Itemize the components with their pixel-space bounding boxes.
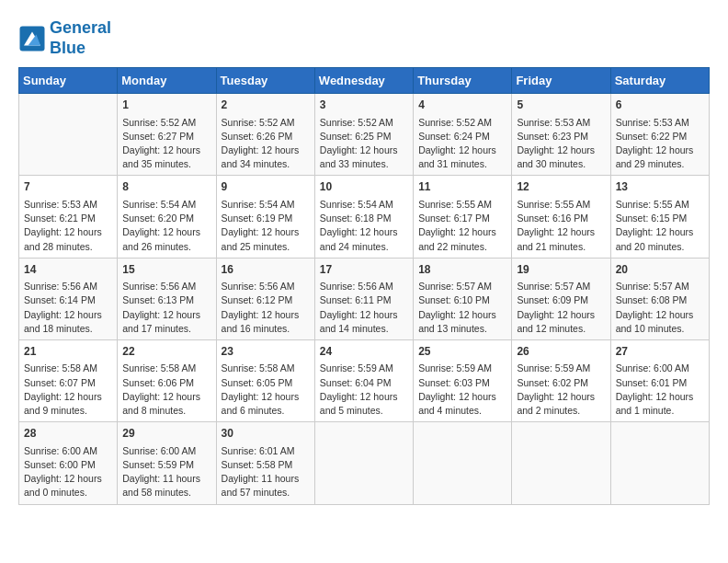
day-info: Sunrise: 5:58 AM Sunset: 6:07 PM Dayligh… — [24, 362, 112, 418]
day-info: Sunrise: 5:55 AM Sunset: 6:16 PM Dayligh… — [517, 198, 605, 254]
day-info: Sunrise: 5:57 AM Sunset: 6:09 PM Dayligh… — [517, 280, 605, 336]
day-info: Sunrise: 5:55 AM Sunset: 6:15 PM Dayligh… — [616, 198, 704, 254]
week-row-3: 14Sunrise: 5:56 AM Sunset: 6:14 PM Dayli… — [19, 258, 710, 339]
column-header-sunday: Sunday — [19, 68, 118, 94]
day-info: Sunrise: 5:54 AM Sunset: 6:20 PM Dayligh… — [122, 198, 210, 254]
week-row-2: 7Sunrise: 5:53 AM Sunset: 6:21 PM Daylig… — [19, 176, 710, 258]
day-number: 14 — [24, 262, 112, 278]
day-info: Sunrise: 5:59 AM Sunset: 6:03 PM Dayligh… — [418, 362, 506, 418]
calendar-table: SundayMondayTuesdayWednesdayThursdayFrid… — [18, 67, 710, 504]
column-header-tuesday: Tuesday — [216, 68, 314, 94]
day-number: 27 — [616, 344, 704, 360]
calendar-cell: 18Sunrise: 5:57 AM Sunset: 6:10 PM Dayli… — [414, 258, 512, 339]
header: General Blue — [18, 18, 710, 58]
calendar-cell: 3Sunrise: 5:52 AM Sunset: 6:25 PM Daylig… — [314, 94, 413, 176]
day-number: 29 — [122, 426, 210, 442]
week-row-4: 21Sunrise: 5:58 AM Sunset: 6:07 PM Dayli… — [19, 339, 710, 421]
calendar-header-row: SundayMondayTuesdayWednesdayThursdayFrid… — [19, 68, 710, 94]
calendar-cell: 6Sunrise: 5:53 AM Sunset: 6:22 PM Daylig… — [610, 94, 709, 176]
calendar-cell — [314, 422, 413, 504]
day-number: 7 — [24, 179, 112, 195]
day-number: 3 — [320, 98, 408, 113]
day-info: Sunrise: 6:00 AM Sunset: 5:59 PM Dayligh… — [122, 444, 210, 500]
day-info: Sunrise: 5:57 AM Sunset: 6:08 PM Dayligh… — [616, 280, 704, 336]
day-number: 23 — [222, 344, 310, 360]
calendar-cell: 20Sunrise: 5:57 AM Sunset: 6:08 PM Dayli… — [610, 258, 709, 339]
calendar-cell: 23Sunrise: 5:58 AM Sunset: 6:05 PM Dayli… — [216, 339, 314, 421]
day-number: 6 — [616, 98, 704, 113]
logo-icon — [18, 25, 46, 52]
day-info: Sunrise: 5:54 AM Sunset: 6:18 PM Dayligh… — [320, 198, 408, 254]
calendar-cell: 17Sunrise: 5:56 AM Sunset: 6:11 PM Dayli… — [314, 258, 413, 339]
day-number: 8 — [122, 179, 210, 195]
calendar-cell: 13Sunrise: 5:55 AM Sunset: 6:15 PM Dayli… — [610, 176, 709, 258]
calendar-cell: 7Sunrise: 5:53 AM Sunset: 6:21 PM Daylig… — [19, 176, 118, 258]
calendar-cell: 24Sunrise: 5:59 AM Sunset: 6:04 PM Dayli… — [314, 339, 413, 421]
calendar-cell — [512, 422, 610, 504]
day-number: 20 — [616, 262, 704, 278]
day-info: Sunrise: 5:56 AM Sunset: 6:14 PM Dayligh… — [24, 280, 112, 336]
day-number: 1 — [122, 98, 210, 113]
day-number: 24 — [320, 344, 408, 360]
day-info: Sunrise: 5:56 AM Sunset: 6:11 PM Dayligh… — [320, 280, 408, 336]
day-info: Sunrise: 5:53 AM Sunset: 6:21 PM Dayligh… — [24, 198, 112, 254]
day-info: Sunrise: 5:58 AM Sunset: 6:05 PM Dayligh… — [222, 362, 310, 418]
calendar-cell — [414, 422, 512, 504]
calendar-cell: 14Sunrise: 5:56 AM Sunset: 6:14 PM Dayli… — [19, 258, 118, 339]
calendar-cell: 9Sunrise: 5:54 AM Sunset: 6:19 PM Daylig… — [216, 176, 314, 258]
day-info: Sunrise: 5:53 AM Sunset: 6:23 PM Dayligh… — [517, 116, 605, 172]
day-info: Sunrise: 5:52 AM Sunset: 6:27 PM Dayligh… — [122, 116, 210, 172]
day-info: Sunrise: 5:59 AM Sunset: 6:02 PM Dayligh… — [517, 362, 605, 418]
calendar-cell: 2Sunrise: 5:52 AM Sunset: 6:26 PM Daylig… — [216, 94, 314, 176]
calendar-cell: 11Sunrise: 5:55 AM Sunset: 6:17 PM Dayli… — [414, 176, 512, 258]
calendar-cell: 15Sunrise: 5:56 AM Sunset: 6:13 PM Dayli… — [118, 258, 216, 339]
day-info: Sunrise: 5:54 AM Sunset: 6:19 PM Dayligh… — [222, 198, 310, 254]
week-row-5: 28Sunrise: 6:00 AM Sunset: 6:00 PM Dayli… — [19, 422, 710, 504]
day-number: 5 — [517, 98, 605, 113]
calendar-cell: 16Sunrise: 5:56 AM Sunset: 6:12 PM Dayli… — [216, 258, 314, 339]
calendar-cell: 1Sunrise: 5:52 AM Sunset: 6:27 PM Daylig… — [118, 94, 216, 176]
calendar-cell — [610, 422, 709, 504]
day-number: 4 — [418, 98, 506, 113]
column-header-wednesday: Wednesday — [314, 68, 413, 94]
day-number: 15 — [122, 262, 210, 278]
day-number: 9 — [222, 179, 310, 195]
column-header-saturday: Saturday — [610, 68, 709, 94]
day-info: Sunrise: 5:59 AM Sunset: 6:04 PM Dayligh… — [320, 362, 408, 418]
day-number: 16 — [222, 262, 310, 278]
day-info: Sunrise: 5:58 AM Sunset: 6:06 PM Dayligh… — [122, 362, 210, 418]
calendar-cell: 22Sunrise: 5:58 AM Sunset: 6:06 PM Dayli… — [118, 339, 216, 421]
day-number: 11 — [418, 179, 506, 195]
calendar-cell: 21Sunrise: 5:58 AM Sunset: 6:07 PM Dayli… — [19, 339, 118, 421]
calendar-cell: 30Sunrise: 6:01 AM Sunset: 5:58 PM Dayli… — [216, 422, 314, 504]
day-number: 18 — [418, 262, 506, 278]
day-number: 30 — [222, 426, 310, 442]
day-number: 22 — [122, 344, 210, 360]
day-info: Sunrise: 5:56 AM Sunset: 6:12 PM Dayligh… — [222, 280, 310, 336]
column-header-thursday: Thursday — [414, 68, 512, 94]
day-info: Sunrise: 5:52 AM Sunset: 6:26 PM Dayligh… — [222, 116, 310, 172]
calendar-cell: 29Sunrise: 6:00 AM Sunset: 5:59 PM Dayli… — [118, 422, 216, 504]
calendar-cell: 8Sunrise: 5:54 AM Sunset: 6:20 PM Daylig… — [118, 176, 216, 258]
day-number: 25 — [418, 344, 506, 360]
logo: General Blue — [18, 18, 111, 58]
column-header-monday: Monday — [118, 68, 216, 94]
day-info: Sunrise: 6:01 AM Sunset: 5:58 PM Dayligh… — [222, 444, 310, 500]
calendar-cell: 26Sunrise: 5:59 AM Sunset: 6:02 PM Dayli… — [512, 339, 610, 421]
calendar-cell — [19, 94, 118, 176]
logo-blue: Blue — [50, 39, 111, 59]
day-info: Sunrise: 5:55 AM Sunset: 6:17 PM Dayligh… — [418, 198, 506, 254]
calendar-cell: 10Sunrise: 5:54 AM Sunset: 6:18 PM Dayli… — [314, 176, 413, 258]
day-info: Sunrise: 5:57 AM Sunset: 6:10 PM Dayligh… — [418, 280, 506, 336]
day-number: 12 — [517, 179, 605, 195]
day-info: Sunrise: 6:00 AM Sunset: 6:00 PM Dayligh… — [24, 444, 112, 500]
day-info: Sunrise: 5:52 AM Sunset: 6:24 PM Dayligh… — [418, 116, 506, 172]
calendar-cell: 19Sunrise: 5:57 AM Sunset: 6:09 PM Dayli… — [512, 258, 610, 339]
calendar-cell: 27Sunrise: 6:00 AM Sunset: 6:01 PM Dayli… — [610, 339, 709, 421]
day-number: 28 — [24, 426, 112, 442]
calendar-cell: 25Sunrise: 5:59 AM Sunset: 6:03 PM Dayli… — [414, 339, 512, 421]
day-number: 17 — [320, 262, 408, 278]
day-number: 26 — [517, 344, 605, 360]
day-number: 13 — [616, 179, 704, 195]
day-number: 10 — [320, 179, 408, 195]
